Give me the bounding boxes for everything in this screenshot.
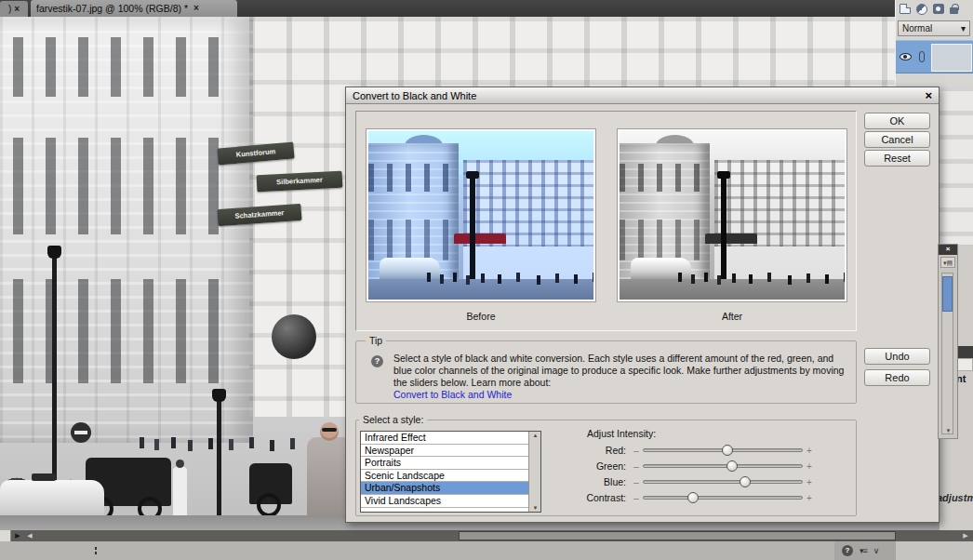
collapsed-panel: × ▾▤ ▼ <box>938 244 958 439</box>
list-scrollbar[interactable]: ▲ ▼ <box>528 432 540 512</box>
scroll-right-icon[interactable]: ▶ <box>960 530 971 541</box>
layer-mask-icon[interactable] <box>933 4 944 14</box>
convert-bw-dialog: Convert to Black and White × <box>345 87 940 523</box>
layer-row-selected[interactable] <box>896 40 973 73</box>
style-option-scenic-landscape[interactable]: Scenic Landscape <box>361 470 528 483</box>
carriage-wheel <box>257 493 281 517</box>
style-groupbox: Select a style: Infrared Effect Newspape… <box>355 420 857 516</box>
pedestrian <box>173 467 187 519</box>
green-slider[interactable] <box>643 464 803 468</box>
plus-icon[interactable]: + <box>805 493 814 503</box>
redo-button[interactable]: Redo <box>864 369 930 386</box>
status-bar: ? ▾≡ ∨ <box>0 541 973 560</box>
close-icon[interactable]: × <box>946 245 951 253</box>
blue-slider[interactable] <box>643 480 803 484</box>
sphere-sculpture <box>272 314 316 359</box>
no-entry-sign <box>71 422 91 443</box>
style-option-vivid-landscapes[interactable]: Vivid Landscapes <box>361 495 528 508</box>
status-tools: ? ▾≡ ∨ <box>834 541 896 560</box>
panel-scrollbar[interactable]: ▼ <box>941 273 953 434</box>
red-slider[interactable] <box>643 448 803 452</box>
blue-slider-row: Blue: – + <box>576 475 851 488</box>
chevron-down-icon[interactable]: ∨ <box>873 546 880 555</box>
scroll-up-icon[interactable]: ▲ <box>531 433 540 438</box>
after-preview-image <box>618 129 846 301</box>
scroll-down-icon[interactable]: ▼ <box>531 505 540 511</box>
close-icon[interactable]: × <box>925 87 932 104</box>
contrast-slider-row: Contrast: – + <box>576 491 851 504</box>
clipped-adjustment-label: adjustme <box>937 492 973 503</box>
plus-icon[interactable]: + <box>805 446 814 456</box>
reset-button[interactable]: Reset <box>864 150 930 167</box>
tip-legend: Tip <box>366 335 386 346</box>
minus-icon[interactable]: – <box>632 477 641 487</box>
contrast-label: Contrast: <box>576 492 632 503</box>
contrast-slider-thumb[interactable] <box>687 492 699 503</box>
dialog-title-bar[interactable]: Convert to Black and White × <box>346 87 939 104</box>
style-option-newspaper[interactable]: Newspaper <box>361 445 528 458</box>
blue-slider-thumb[interactable] <box>740 476 751 487</box>
ok-button[interactable]: OK <box>864 113 930 129</box>
contrast-slider[interactable] <box>643 496 803 500</box>
window-row <box>13 279 231 383</box>
tip-help-link[interactable]: Convert to Black and White <box>393 389 512 400</box>
pedestrian-crowd <box>140 437 144 448</box>
adjust-intensity-label: Adjust Intensity: <box>587 428 656 439</box>
minus-icon[interactable]: – <box>632 446 641 456</box>
red-label: Red: <box>576 445 632 456</box>
tab-farvestik-07[interactable]: farvestik-07.jpg @ 100% (RGB/8) * × <box>31 0 237 17</box>
text-cursor-mark <box>95 547 97 554</box>
blend-mode-select[interactable]: Normal ▾ <box>898 20 970 36</box>
layer-thumbnail[interactable] <box>931 44 972 72</box>
visibility-eye-icon[interactable] <box>900 53 912 60</box>
menu-icon[interactable]: ▾≡ <box>860 546 867 555</box>
style-option-portraits[interactable]: Portraits <box>361 457 528 470</box>
blue-label: Blue: <box>576 476 632 487</box>
tab-partial[interactable]: ) × <box>0 1 28 17</box>
green-label: Green: <box>576 460 632 472</box>
before-preview-image <box>367 129 595 301</box>
undo-button[interactable]: Undo <box>864 348 930 365</box>
panel-menu-icon[interactable]: ▾▤ <box>940 257 955 268</box>
link-icon <box>919 51 925 62</box>
minus-icon[interactable]: – <box>632 493 641 503</box>
minus-icon[interactable]: – <box>632 461 641 472</box>
tab-partial-label: ) <box>8 4 11 14</box>
scrollbar-thumb[interactable] <box>459 531 896 540</box>
plus-icon[interactable]: + <box>805 461 814 472</box>
before-label: Before <box>367 311 595 322</box>
red-slider-row: Red: – + <box>576 444 851 457</box>
tip-text: Select a style of black and white conver… <box>393 353 851 389</box>
lock-icon[interactable] <box>950 7 958 14</box>
style-list-label: Select a style: <box>359 414 427 425</box>
new-layer-icon[interactable] <box>900 4 911 14</box>
help-icon[interactable]: ? <box>842 545 853 556</box>
layers-panel: Normal ▾ <box>895 0 973 87</box>
scroll-down-icon[interactable]: ▼ <box>943 428 953 433</box>
close-icon[interactable]: × <box>14 4 20 14</box>
scrollbar-corner <box>0 530 11 541</box>
plus-icon[interactable]: + <box>805 477 814 487</box>
street-lamp <box>217 400 221 530</box>
adjustment-layer-icon[interactable] <box>916 4 927 15</box>
after-label: After <box>618 311 846 322</box>
close-icon[interactable]: × <box>193 0 199 17</box>
scroll-left-icon[interactable]: ◀ <box>24 530 35 541</box>
green-slider-thumb[interactable] <box>726 460 738 472</box>
scrollbar-thumb[interactable] <box>942 276 953 312</box>
scroll-right-icon[interactable]: ▶ <box>12 530 23 541</box>
style-option-infrared[interactable]: Infrared Effect <box>361 432 528 445</box>
tab-title: farvestik-07.jpg @ 100% (RGB/8) * <box>36 0 188 17</box>
building-facade-left <box>0 17 253 443</box>
style-listbox[interactable]: Infrared Effect Newspaper Portraits Scen… <box>360 431 541 513</box>
red-slider-thumb[interactable] <box>722 445 733 456</box>
cancel-button[interactable]: Cancel <box>864 131 930 148</box>
tip-groupbox: Tip ? Select a style of black and white … <box>355 340 857 404</box>
style-option-urban-snapshots[interactable]: Urban/Snapshots <box>361 482 528 495</box>
panel-close-bar[interactable]: × <box>939 245 957 255</box>
window-row <box>13 138 231 234</box>
horizontal-scrollbar[interactable]: ▶ ◀ ▶ <box>0 530 973 541</box>
green-slider-row: Green: – + <box>576 460 851 473</box>
dialog-title: Convert to Black and White <box>353 90 476 101</box>
chevron-down-icon: ▾ <box>961 21 966 35</box>
